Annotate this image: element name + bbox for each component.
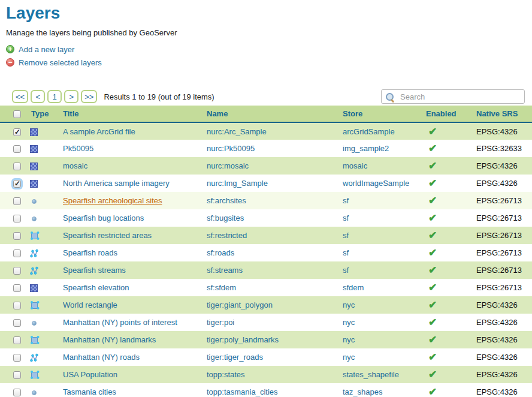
layer-title-link[interactable]: Spearfish streams <box>63 266 126 275</box>
pager-prev-button[interactable]: < <box>31 90 45 103</box>
native-srs-value: EPSG:4326 <box>472 122 532 140</box>
layer-name-link[interactable]: nurc:mosaic <box>207 161 249 170</box>
store-link[interactable]: nyc <box>343 353 355 362</box>
row-checkbox[interactable] <box>13 180 21 188</box>
layer-title-link[interactable]: Spearfish restricted areas <box>63 231 152 240</box>
table-row: Spearfish roads sf:roads sf ✔ EPSG:26713 <box>0 244 532 261</box>
layer-title-link[interactable]: USA Population <box>63 370 117 379</box>
row-checkbox[interactable] <box>13 145 21 153</box>
layer-name-link[interactable]: topp:states <box>207 370 245 379</box>
layer-name-link[interactable]: tiger:giant_polygon <box>207 300 273 309</box>
point-icon <box>32 216 37 221</box>
row-checkbox[interactable] <box>13 197 21 205</box>
layer-title-link[interactable]: World rectangle <box>63 300 117 309</box>
store-link[interactable]: states_shapefile <box>343 370 399 379</box>
column-header-native-srs[interactable]: Native SRS <box>476 109 518 118</box>
layer-name-link[interactable]: nurc:Img_Sample <box>207 179 268 188</box>
layer-name-link[interactable]: nurc:Pk50095 <box>207 144 255 153</box>
layer-name-link[interactable]: topp:tasmania_cities <box>207 387 278 396</box>
store-link[interactable]: nyc <box>343 300 355 309</box>
store-link[interactable]: sf <box>343 231 349 240</box>
polygon-icon <box>31 372 38 378</box>
layer-title-link[interactable]: Manhattan (NY) points of interest <box>63 318 177 327</box>
store-link[interactable]: arcGridSample <box>343 127 395 136</box>
pager-next-button[interactable]: > <box>64 90 78 103</box>
layer-title-link[interactable]: North America sample imagery <box>63 179 170 188</box>
layer-title-link[interactable]: Manhattan (NY) landmarks <box>63 335 156 344</box>
layer-title-link[interactable]: Spearfish elevation <box>63 283 129 292</box>
layer-title-link[interactable]: Manhattan (NY) roads <box>63 353 140 362</box>
store-link[interactable]: worldImageSample <box>343 179 409 188</box>
enabled-check-icon: ✔ <box>428 212 437 224</box>
select-all-checkbox[interactable] <box>13 110 21 118</box>
raster-icon <box>30 180 38 188</box>
row-checkbox[interactable] <box>13 215 21 222</box>
page-subtitle: Manage the layers being published by Geo… <box>6 28 526 37</box>
layer-name-link[interactable]: tiger:poly_landmarks <box>207 335 279 344</box>
native-srs-value: EPSG:32633 <box>472 140 532 157</box>
store-link[interactable]: img_sample2 <box>343 144 389 153</box>
layer-name-link[interactable]: nurc:Arc_Sample <box>207 127 267 136</box>
native-srs-value: EPSG:26713 <box>472 244 532 261</box>
row-checkbox[interactable] <box>13 267 21 275</box>
store-link[interactable]: taz_shapes <box>343 387 383 396</box>
native-srs-value: EPSG:4326 <box>472 366 532 383</box>
column-header-store[interactable]: Store <box>343 109 362 118</box>
native-srs-value: EPSG:4326 <box>472 383 532 397</box>
search-input[interactable] <box>399 92 522 102</box>
layer-title-link[interactable]: Tasmania cities <box>63 387 116 396</box>
store-link[interactable]: sf <box>343 248 349 257</box>
store-link[interactable]: sfdem <box>343 283 364 292</box>
layer-name-link[interactable]: sf:roads <box>207 248 234 257</box>
row-checkbox[interactable] <box>13 336 21 344</box>
row-checkbox[interactable] <box>13 232 21 240</box>
layer-name-link[interactable]: sf:streams <box>207 266 243 275</box>
pager-page-1-button[interactable]: 1 <box>47 90 62 103</box>
layer-title-link[interactable]: Spearfish bug locations <box>63 213 144 222</box>
layer-name-link[interactable]: sf:archsites <box>207 196 246 205</box>
column-header-type[interactable]: Type <box>31 109 49 118</box>
layer-title-link[interactable]: mosaic <box>63 161 87 170</box>
table-row: Manhattan (NY) roads tiger:tiger_roads n… <box>0 348 532 366</box>
row-checkbox[interactable] <box>13 319 21 327</box>
remove-layers-link[interactable]: − Remove selected layers <box>6 56 526 69</box>
row-checkbox[interactable] <box>13 371 21 379</box>
table-row: Manhattan (NY) points of interest tiger:… <box>0 314 532 331</box>
store-link[interactable]: sf <box>343 213 349 222</box>
row-checkbox[interactable] <box>13 389 21 396</box>
row-checkbox[interactable] <box>13 302 21 309</box>
row-checkbox[interactable] <box>13 163 21 170</box>
layer-title-link[interactable]: Pk50095 <box>63 144 93 153</box>
polygon-icon <box>31 233 38 239</box>
enabled-check-icon: ✔ <box>428 195 437 206</box>
column-header-title[interactable]: Title <box>63 109 79 118</box>
store-link[interactable]: nyc <box>343 318 355 327</box>
row-checkbox[interactable] <box>13 128 21 136</box>
layer-name-link[interactable]: tiger:poi <box>207 318 234 327</box>
store-link[interactable]: sf <box>343 196 349 205</box>
add-icon: + <box>6 45 14 53</box>
store-link[interactable]: mosaic <box>343 161 367 170</box>
column-header-name[interactable]: Name <box>207 109 228 118</box>
row-checkbox[interactable] <box>13 354 21 362</box>
layer-title-link[interactable]: Spearfish archeological sites <box>63 196 162 205</box>
store-link[interactable]: sf <box>343 266 349 275</box>
layer-name-link[interactable]: sf:bugsites <box>207 213 244 222</box>
layer-title-link[interactable]: A sample ArcGrid file <box>63 127 135 136</box>
add-layer-link[interactable]: + Add a new layer <box>6 43 526 56</box>
layer-name-link[interactable]: tiger:tiger_roads <box>207 353 263 362</box>
row-checkbox[interactable] <box>13 249 21 257</box>
table-row: World rectangle tiger:giant_polygon nyc … <box>0 296 532 314</box>
enabled-check-icon: ✔ <box>428 386 437 397</box>
store-link[interactable]: nyc <box>343 335 355 344</box>
layer-title-link[interactable]: Spearfish roads <box>63 248 117 257</box>
enabled-check-icon: ✔ <box>428 351 437 363</box>
layer-name-link[interactable]: sf:restricted <box>207 231 247 240</box>
pager-last-button[interactable]: >> <box>81 90 97 103</box>
pager-first-button[interactable]: << <box>12 90 28 103</box>
column-header-enabled[interactable]: Enabled <box>426 109 457 118</box>
native-srs-value: EPSG:26713 <box>472 261 532 279</box>
enabled-check-icon: ✔ <box>428 143 437 154</box>
layer-name-link[interactable]: sf:sfdem <box>207 283 236 292</box>
row-checkbox[interactable] <box>13 284 21 292</box>
